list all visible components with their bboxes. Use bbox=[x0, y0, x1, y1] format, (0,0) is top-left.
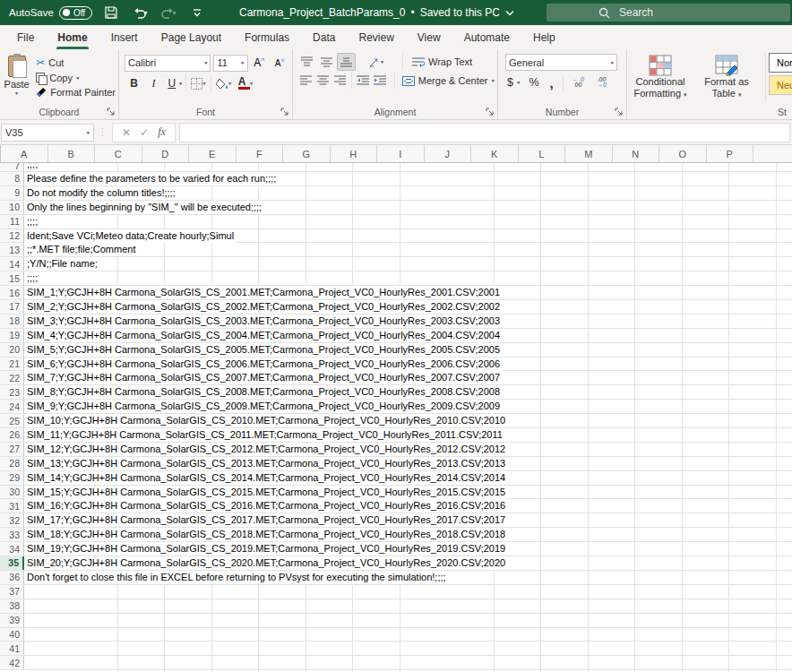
row-header-22[interactable]: 22 bbox=[0, 371, 24, 384]
row-header-29[interactable]: 29 bbox=[0, 471, 24, 485]
align-middle-button[interactable] bbox=[317, 53, 336, 71]
currency-button[interactable]: $▾ bbox=[504, 75, 522, 90]
row-header-30[interactable]: 30 bbox=[0, 486, 24, 499]
decrease-indent-button[interactable] bbox=[355, 72, 371, 90]
row-header-36[interactable]: 36 bbox=[0, 571, 24, 584]
autosave-toggle[interactable]: AutoSave Off bbox=[9, 6, 92, 20]
select-all-button[interactable] bbox=[0, 145, 1, 162]
align-bottom-button[interactable] bbox=[337, 53, 356, 71]
column-header-partial[interactable] bbox=[753, 145, 792, 162]
row-header-42[interactable]: 42 bbox=[0, 656, 24, 669]
row-header-19[interactable]: 19 bbox=[0, 329, 24, 342]
tab-help[interactable]: Help bbox=[521, 25, 567, 49]
align-left-button[interactable] bbox=[297, 72, 314, 90]
name-box[interactable]: V35▾ bbox=[1, 124, 94, 142]
row-41-cell-text[interactable] bbox=[24, 642, 29, 655]
column-header-n[interactable]: N bbox=[613, 145, 660, 162]
row-14-cell-text[interactable]: ;Y/N;;File name; bbox=[24, 257, 99, 271]
row-header-32[interactable]: 32 bbox=[0, 513, 24, 527]
cell-style-neutral[interactable]: Neutral bbox=[769, 75, 792, 95]
row-42-cell-text[interactable] bbox=[24, 656, 29, 669]
row-40-cell-text[interactable] bbox=[24, 628, 29, 642]
row-28-cell-text[interactable]: SIM_13;Y;GCJH+8H Carmona_SolarGIS_CS_201… bbox=[24, 457, 507, 470]
row-header-40[interactable]: 40 bbox=[0, 628, 24, 642]
fill-color-button[interactable]: ▾ bbox=[214, 74, 233, 92]
increase-font-button[interactable]: A˄ bbox=[251, 54, 269, 72]
row-header-17[interactable]: 17 bbox=[0, 300, 24, 314]
row-19-cell-text[interactable]: SIM_4;Y;GCJH+8H Carmona_SolarGIS_CS_2004… bbox=[24, 329, 502, 342]
wrap-text-button[interactable]: Wrap Text bbox=[409, 56, 475, 68]
font-name-combo[interactable]: Calibri▾ bbox=[125, 55, 211, 72]
number-dialog-launcher[interactable] bbox=[615, 108, 624, 116]
row-20-cell-text[interactable]: SIM_5;Y;GCJH+8H Carmona_SolarGIS_CS_2005… bbox=[24, 343, 502, 357]
row-8-cell-text[interactable]: Please define the parameters to be varie… bbox=[24, 172, 278, 185]
row-12-cell-text[interactable]: Ident;Save VCi;Meteo data;Create hourly;… bbox=[24, 229, 236, 243]
format-painter-button[interactable]: Format Painter bbox=[33, 86, 118, 99]
row-header-31[interactable]: 31 bbox=[0, 499, 24, 513]
row-header-25[interactable]: 25 bbox=[0, 414, 24, 427]
row-header-33[interactable]: 33 bbox=[0, 528, 24, 541]
row-header-26[interactable]: 26 bbox=[0, 428, 24, 442]
row-36-cell-text[interactable]: Don't forget to close this file in EXCEL… bbox=[24, 571, 448, 584]
increase-decimal-button[interactable]: ←.000 bbox=[567, 73, 589, 91]
bold-button[interactable]: B bbox=[125, 74, 143, 92]
column-header-g[interactable]: G bbox=[283, 145, 331, 162]
row-18-cell-text[interactable]: SIM_3;Y;GCJH+8H Carmona_SolarGIS_CS_2003… bbox=[24, 314, 502, 328]
tab-insert[interactable]: Insert bbox=[99, 25, 150, 49]
row-header-41[interactable]: 41 bbox=[0, 642, 24, 655]
cell-style-normal[interactable]: Normal bbox=[769, 53, 792, 73]
column-header-h[interactable]: H bbox=[331, 145, 378, 162]
column-header-p[interactable]: P bbox=[707, 145, 754, 162]
row-38-cell-text[interactable] bbox=[24, 599, 29, 613]
row-header-18[interactable]: 18 bbox=[0, 314, 24, 328]
cancel-button[interactable]: ✕ bbox=[122, 126, 131, 139]
row-17-cell-text[interactable]: SIM_2;Y;GCJH+8H Carmona_SolarGIS_CS_2002… bbox=[24, 300, 502, 314]
column-header-j[interactable]: J bbox=[425, 145, 472, 162]
insert-function-button[interactable]: fx bbox=[158, 125, 166, 139]
orientation-button[interactable]: ▾ bbox=[364, 53, 389, 71]
decrease-font-button[interactable]: A˅ bbox=[271, 54, 288, 72]
tab-formulas[interactable]: Formulas bbox=[233, 25, 301, 49]
enter-button[interactable]: ✓ bbox=[140, 126, 149, 139]
column-header-k[interactable]: K bbox=[471, 145, 519, 162]
row-37-cell-text[interactable] bbox=[24, 585, 29, 599]
tab-file[interactable]: File bbox=[5, 25, 46, 49]
tab-page-layout[interactable]: Page Layout bbox=[150, 25, 233, 49]
comma-style-button[interactable]: , bbox=[545, 73, 557, 91]
column-header-m[interactable]: M bbox=[565, 145, 613, 162]
row-11-cell-text[interactable]: ;;;; bbox=[24, 215, 39, 228]
italic-button[interactable]: I bbox=[144, 74, 163, 92]
row-16-cell-text[interactable]: SIM_1;Y;GCJH+8H Carmona_SolarGIS_CS_2001… bbox=[24, 286, 502, 299]
tab-review[interactable]: Review bbox=[347, 25, 405, 49]
row-31-cell-text[interactable]: SIM_16;Y;GCJH+8H Carmona_SolarGIS_CS_201… bbox=[24, 499, 507, 513]
row-header-8[interactable]: 8 bbox=[0, 172, 24, 185]
row-header-39[interactable]: 39 bbox=[0, 614, 24, 627]
row-35-cell-text[interactable]: SIM_20;Y;GCJH+8H Carmona_SolarGIS_CS_202… bbox=[24, 556, 507, 570]
column-header-a[interactable]: A bbox=[1, 145, 48, 162]
font-size-combo[interactable]: 11▾ bbox=[213, 55, 247, 72]
font-dialog-launcher[interactable] bbox=[280, 108, 289, 116]
row-header-14[interactable]: 14 bbox=[0, 257, 24, 271]
row-header-11[interactable]: 11 bbox=[0, 215, 24, 228]
row-header-9[interactable]: 9 bbox=[0, 186, 24, 200]
row-header-21[interactable]: 21 bbox=[0, 358, 24, 371]
search-box[interactable]: Search bbox=[547, 4, 790, 22]
tab-automate[interactable]: Automate bbox=[452, 25, 521, 49]
row-33-cell-text[interactable]: SIM_18;Y;GCJH+8H Carmona_SolarGIS_CS_201… bbox=[24, 528, 507, 541]
row-header-7[interactable]: 7 bbox=[0, 163, 24, 171]
row-22-cell-text[interactable]: SIM_7;Y;GCJH+8H Carmona_SolarGIS_CS_2007… bbox=[24, 371, 502, 384]
decrease-decimal-button[interactable]: .00→0 bbox=[590, 73, 612, 91]
alignment-dialog-launcher[interactable] bbox=[486, 108, 495, 116]
row-9-cell-text[interactable]: Do not modify the column titles!;;;; bbox=[24, 186, 177, 200]
column-header-c[interactable]: C bbox=[95, 145, 142, 162]
row-header-38[interactable]: 38 bbox=[0, 599, 24, 613]
row-21-cell-text[interactable]: SIM_6;Y;GCJH+8H Carmona_SolarGIS_CS_2006… bbox=[24, 358, 502, 371]
row-27-cell-text[interactable]: SIM_12;Y;GCJH+8H Carmona_SolarGIS_CS_201… bbox=[24, 443, 507, 456]
cut-button[interactable]: ✂Cut bbox=[33, 56, 118, 70]
formula-input[interactable] bbox=[179, 123, 790, 142]
tab-home[interactable]: Home bbox=[46, 25, 99, 49]
tab-view[interactable]: View bbox=[406, 25, 452, 49]
column-header-o[interactable]: O bbox=[659, 145, 707, 162]
row-header-23[interactable]: 23 bbox=[0, 385, 24, 399]
borders-button[interactable]: ▾ bbox=[189, 74, 208, 92]
